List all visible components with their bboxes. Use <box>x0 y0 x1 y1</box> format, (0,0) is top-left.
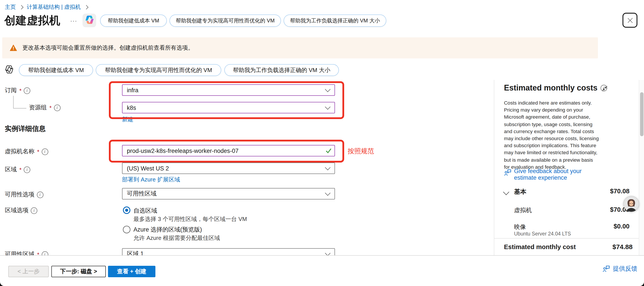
info-icon[interactable]: i <box>24 166 30 173</box>
instance-details-heading: 实例详细信息 <box>5 124 46 134</box>
vm-name-label: 虚拟机名称* i <box>5 148 48 156</box>
info-icon[interactable]: i <box>31 207 37 214</box>
page-title: 创建虚拟机 <box>4 13 60 28</box>
create-new-link[interactable]: 新建 <box>122 116 134 123</box>
availability-options-label: 可用性选项 i <box>5 191 43 199</box>
chevron-down-icon <box>325 104 330 110</box>
scrollbar-thumb[interactable] <box>640 92 644 136</box>
subscription-label: 订阅* i <box>5 87 30 94</box>
region-dropdown[interactable]: (US) West US 2 <box>122 163 335 174</box>
cost-disclaimer-text: Costs indicated here are estimates only.… <box>504 99 600 170</box>
total-cost-value: $74.88 <box>612 243 632 250</box>
close-icon <box>627 17 633 24</box>
copilot-icon <box>84 15 94 26</box>
close-button[interactable] <box>622 13 638 28</box>
copilot-outline-icon <box>5 65 14 76</box>
previous-step-button[interactable]: < 上一步 <box>8 266 49 277</box>
info-icon[interactable]: i <box>37 191 43 198</box>
cost-panel-title: Estimated monthly costs i <box>504 84 607 93</box>
availability-options-dropdown[interactable]: 可用性区域 <box>122 188 335 199</box>
region-label: 区域* i <box>5 166 30 174</box>
radio-azure-selected-zone-desc: 允许 Azure 根据需要分配最佳区域 <box>134 234 220 242</box>
radio-self-selected-zone[interactable] <box>123 206 130 214</box>
radio-azure-selected-zone[interactable] <box>123 226 130 233</box>
review-create-button[interactable]: 查看 + 创建 <box>108 266 156 277</box>
chevron-down-icon <box>325 190 330 196</box>
resource-group-dropdown[interactable]: k8s <box>122 102 335 113</box>
give-feedback-link[interactable]: 提供反馈 <box>602 265 638 273</box>
info-icon[interactable]: i <box>54 104 60 111</box>
deploy-extended-zone-link[interactable]: 部署到 Azure 扩展区域 <box>122 176 180 184</box>
vm-name-input[interactable] <box>122 145 335 156</box>
chevron-right-icon <box>84 5 88 10</box>
radio-self-selected-zone-desc: 最多选择 3 个可用性区域，每个区域一台 VM <box>134 215 247 223</box>
breadcrumb: 主页 计算基础结构 | 虚拟机 <box>5 4 92 11</box>
chevron-down-icon <box>325 165 330 170</box>
suggestion-right-vm-size[interactable]: 帮助我为工作负载选择正确的 VM 大小 <box>284 15 386 27</box>
chevron-down-icon <box>325 87 330 92</box>
create-vm-page: 主页 计算基础结构 | 虚拟机 创建虚拟机 ··· 帮助我创建低成本 <box>0 0 644 286</box>
subscription-dropdown[interactable]: infra <box>122 84 335 96</box>
subscription-value: infra <box>127 87 138 93</box>
suggestion-low-cost-vm-2[interactable]: 帮助我创建低成本 VM <box>19 64 93 76</box>
cost-row-vm-label: 虚拟机 <box>514 206 532 214</box>
radio-azure-selected-zone-label[interactable]: Azure 选择的区域(预览版) <box>134 226 202 234</box>
estimated-costs-panel: Estimated monthly costs i Costs indicate… <box>494 80 639 255</box>
chevron-down-icon[interactable] <box>503 189 509 195</box>
region-value: (US) West US 2 <box>127 165 169 172</box>
warning-icon <box>10 44 17 51</box>
validation-check-icon <box>325 148 332 156</box>
warning-banner: 更改基本选项可能会重置所做的选择。创建虚拟机前查看所有选项。 <box>2 37 598 59</box>
cost-row-image-sub: Ubuntu Server 24.04 LTS <box>514 231 571 236</box>
info-icon[interactable]: i <box>42 148 48 155</box>
feedback-icon <box>504 169 512 181</box>
divider <box>494 238 639 238</box>
resource-group-label: 资源组* i <box>29 104 60 112</box>
zone-options-label: 区域选项 i <box>5 206 37 214</box>
collapse-panel-icon[interactable] <box>602 85 608 93</box>
estimate-feedback-link[interactable]: Give feedback about your estimate experi… <box>504 168 603 181</box>
suggestion-high-availability-vm-2[interactable]: 帮助我创建专为实现高可用性而优化的 VM <box>96 64 221 76</box>
wizard-footer: < 上一步 下一步: 磁盘 > 查看 + 创建 提供反馈 <box>0 255 644 286</box>
cost-row-basic-value: $70.08 <box>610 188 630 195</box>
suggestion-high-availability-vm[interactable]: 帮助我创建专为实现高可用性而优化的 VM <box>170 15 281 27</box>
chevron-right-icon <box>19 5 24 10</box>
total-cost-label: Estimated monthly cost <box>504 243 576 250</box>
suggestion-right-vm-size-2[interactable]: 帮助我为工作负载选择正确的 VM 大小 <box>224 64 339 76</box>
info-icon[interactable]: i <box>24 87 30 94</box>
more-options-button[interactable]: ··· <box>70 18 77 24</box>
scrollbar-track[interactable] <box>639 80 644 255</box>
warning-text: 更改基本选项可能会重置所做的选择。创建虚拟机前查看所有选项。 <box>22 44 194 52</box>
connector-line <box>13 108 26 109</box>
cost-row-image-label: 映像 <box>514 223 526 231</box>
breadcrumb-virtual-machines[interactable]: 计算基础结构 | 虚拟机 <box>27 4 80 11</box>
suggestion-low-cost-vm[interactable]: 帮助我创建低成本 VM <box>100 15 167 27</box>
assistant-avatar[interactable] <box>623 196 639 212</box>
availability-options-value: 可用性区域 <box>127 190 156 198</box>
resource-group-value: k8s <box>127 104 136 111</box>
breadcrumb-home[interactable]: 主页 <box>5 4 16 11</box>
cost-row-basic-label: 基本 <box>514 188 526 196</box>
cost-row-image-value: $0.00 <box>614 223 630 230</box>
feedback-icon <box>602 265 610 272</box>
annotation-text: 按照规范 <box>348 147 374 156</box>
next-step-disks-button[interactable]: 下一步: 磁盘 > <box>51 266 106 277</box>
copilot-button[interactable] <box>82 14 96 27</box>
connector-line <box>13 96 14 108</box>
radio-self-selected-zone-label[interactable]: 自选区域 <box>134 207 157 215</box>
